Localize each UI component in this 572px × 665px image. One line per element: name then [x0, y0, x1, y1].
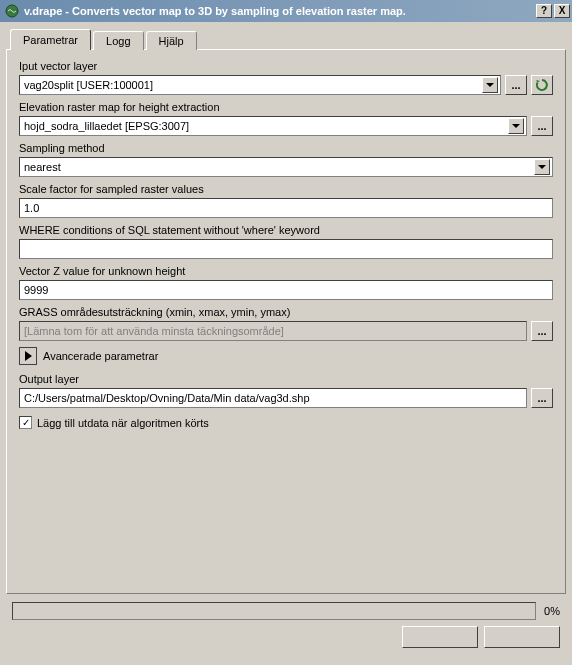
output-input[interactable] — [19, 388, 527, 408]
close-button[interactable]: X — [554, 4, 570, 18]
zvalue-input[interactable] — [19, 280, 553, 300]
elevation-value: hojd_sodra_lillaedet [EPSG:3007] — [24, 120, 189, 132]
expand-advanced-button[interactable] — [19, 347, 37, 365]
progress-bar — [12, 602, 536, 620]
extent-label: GRASS områdesutsträckning (xmin, xmax, y… — [19, 306, 553, 318]
browse-output-button[interactable]: ... — [531, 388, 553, 408]
action-button-1[interactable] — [402, 626, 478, 648]
add-output-checkbox[interactable]: ✓ — [19, 416, 32, 429]
chevron-down-icon[interactable] — [534, 159, 550, 175]
zvalue-label: Vector Z value for unknown height — [19, 265, 553, 277]
chevron-down-icon[interactable] — [482, 77, 498, 93]
browse-input-button[interactable]: ... — [505, 75, 527, 95]
tab-bar: Parametrar Logg Hjälp — [10, 31, 566, 50]
parameters-panel: Iput vector layer vag20split [USER:10000… — [6, 49, 566, 594]
advanced-label: Avancerade parametrar — [43, 350, 158, 362]
browse-elevation-button[interactable]: ... — [531, 116, 553, 136]
chevron-down-icon[interactable] — [508, 118, 524, 134]
play-icon — [25, 351, 32, 361]
input-layer-select[interactable]: vag20split [USER:100001] — [19, 75, 501, 95]
scale-value — [24, 199, 548, 217]
where-label: WHERE conditions of SQL statement withou… — [19, 224, 553, 236]
sampling-label: Sampling method — [19, 142, 553, 154]
window-title: v.drape - Converts vector map to 3D by s… — [24, 5, 534, 17]
where-input[interactable] — [19, 239, 553, 259]
tab-hjalp[interactable]: Hjälp — [146, 31, 197, 50]
elevation-label: Elevation raster map for height extracti… — [19, 101, 553, 113]
extent-input[interactable]: [Lämna tom för att använda minsta täckni… — [19, 321, 527, 341]
progress-percent: 0% — [544, 605, 560, 617]
extent-placeholder: [Lämna tom för att använda minsta täckni… — [24, 325, 284, 337]
browse-extent-button[interactable]: ... — [531, 321, 553, 341]
app-icon — [4, 3, 20, 19]
tab-parametrar[interactable]: Parametrar — [10, 29, 91, 50]
refresh-button[interactable] — [531, 75, 553, 95]
titlebar: v.drape - Converts vector map to 3D by s… — [0, 0, 572, 22]
sampling-value: nearest — [24, 161, 61, 173]
output-value — [24, 389, 522, 407]
help-button[interactable]: ? — [536, 4, 552, 18]
input-layer-value: vag20split [USER:100001] — [24, 79, 153, 91]
sampling-select[interactable]: nearest — [19, 157, 553, 177]
elevation-select[interactable]: hojd_sodra_lillaedet [EPSG:3007] — [19, 116, 527, 136]
tab-logg[interactable]: Logg — [93, 31, 143, 50]
add-output-label: Lägg till utdata när algoritmen körts — [37, 417, 209, 429]
output-label: Output layer — [19, 373, 553, 385]
action-button-2[interactable] — [484, 626, 560, 648]
input-layer-label: Iput vector layer — [19, 60, 553, 72]
where-value — [24, 240, 548, 258]
scale-label: Scale factor for sampled raster values — [19, 183, 553, 195]
zvalue-value — [24, 281, 548, 299]
scale-input[interactable] — [19, 198, 553, 218]
